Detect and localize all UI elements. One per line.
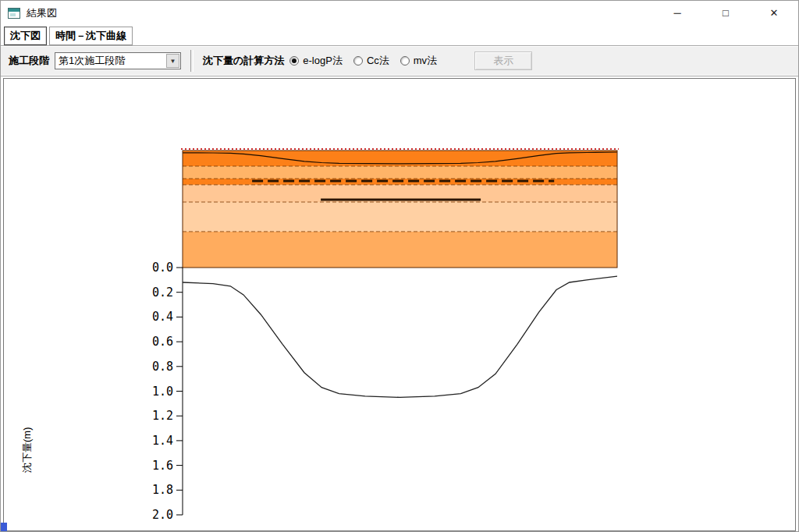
y-tick-label: 0.0	[152, 261, 173, 275]
minimize-button[interactable]: ─	[653, 1, 701, 26]
maximize-button[interactable]: □	[701, 1, 750, 26]
window-title: 結果図	[27, 6, 57, 20]
method-option-mv[interactable]: mv法	[400, 54, 437, 68]
y-tick-label: 0.8	[152, 360, 173, 374]
stage-label: 施工段階	[9, 54, 49, 68]
radio-button-icon	[353, 56, 363, 66]
corner-artifact	[1, 523, 7, 531]
toolbar-separator	[190, 50, 194, 72]
y-tick-label: 1.4	[152, 434, 173, 448]
toolbar: 施工段階 第1次施工段階 ▼ 沈下量の計算方法 e-logP法 Cc法 mv法 …	[1, 45, 798, 76]
y-tick-label: 1.2	[152, 409, 173, 423]
result-window: 結果図 ─ □ ✕ 沈下図 時間－沈下曲線 施工段階 第1次施工段階 ▼ 沈下量…	[0, 0, 799, 532]
titlebar: 結果図 ─ □ ✕	[1, 1, 798, 26]
y-tick-label: 1.6	[152, 459, 173, 473]
radio-button-icon	[289, 56, 299, 66]
soil-layer	[183, 166, 617, 179]
stage-dropdown-value: 第1次施工段階	[55, 54, 166, 68]
y-tick-label: 0.6	[152, 335, 173, 349]
tab-bar: 沈下図 時間－沈下曲線	[1, 26, 798, 45]
method-option-elogp-label: e-logP法	[303, 54, 343, 68]
tab-time-settlement-curve[interactable]: 時間－沈下曲線	[49, 27, 133, 45]
chart-area: 0.00.20.40.60.81.01.21.41.61.82.0 沈下量(m)	[3, 78, 796, 531]
window-controls: ─ □ ✕	[653, 1, 798, 26]
method-option-cc[interactable]: Cc法	[353, 54, 389, 68]
y-tick-label: 1.0	[152, 385, 173, 399]
window-icon	[8, 8, 20, 19]
method-group-label: 沈下量の計算方法	[203, 54, 284, 68]
y-tick-label: 0.4	[152, 310, 173, 324]
tab-settlement-figure[interactable]: 沈下図	[4, 27, 47, 45]
stage-dropdown[interactable]: 第1次施工段階 ▼	[55, 52, 181, 69]
y-tick-label: 1.8	[152, 483, 173, 497]
y-tick-label: 2.0	[152, 508, 173, 522]
soil-layer	[183, 202, 617, 232]
radio-button-icon	[400, 56, 410, 66]
method-option-cc-label: Cc法	[367, 54, 389, 68]
display-button[interactable]: 表示	[474, 51, 532, 70]
dropdown-arrow-icon[interactable]: ▼	[166, 54, 179, 68]
y-tick-label: 0.2	[152, 286, 173, 300]
method-option-elogp[interactable]: e-logP法	[289, 54, 343, 68]
y-axis-label: 沈下量(m)	[20, 427, 34, 473]
settlement-chart: 0.00.20.40.60.81.01.21.41.61.82.0	[4, 79, 796, 531]
soil-layer	[183, 232, 617, 268]
method-option-mv-label: mv法	[414, 54, 437, 68]
settlement-curve	[183, 276, 617, 397]
close-button[interactable]: ✕	[750, 1, 798, 26]
